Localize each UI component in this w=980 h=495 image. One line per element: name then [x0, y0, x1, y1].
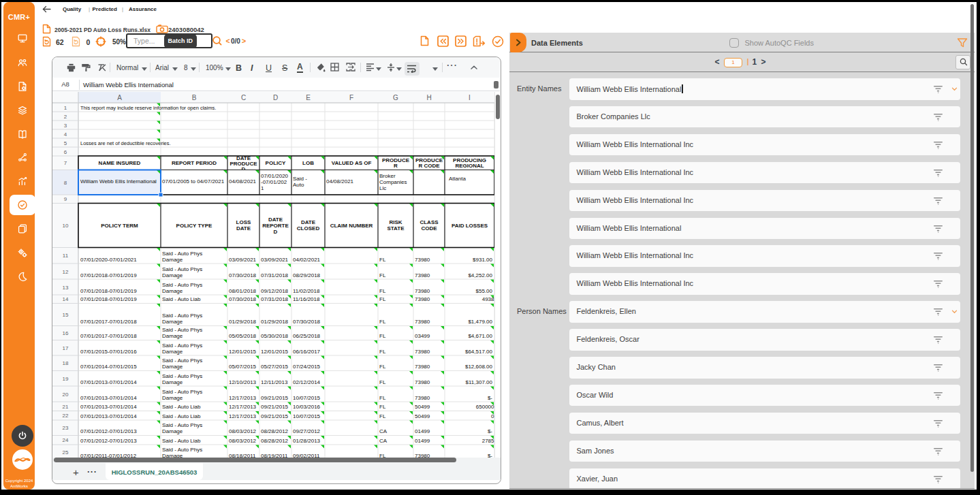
- svg-text:07/01/2012-07/01/2013: 07/01/2012-07/01/2013: [80, 428, 137, 434]
- svg-text:05/30/2018: 05/30/2018: [261, 333, 289, 339]
- svg-text:04/08/2021: 04/08/2021: [229, 178, 257, 184]
- svg-text:VALUED AS OF: VALUED AS OF: [332, 159, 372, 165]
- svg-text:R: R: [394, 162, 398, 168]
- svg-text:Said - Auto Phys: Said - Auto Phys: [162, 342, 202, 348]
- svg-text:05/07/2015: 05/07/2015: [229, 364, 257, 370]
- svg-text:10/03/2016: 10/03/2016: [293, 404, 321, 410]
- svg-text:12/17/2013: 12/17/2013: [229, 404, 257, 410]
- svg-text:12/17/2013: 12/17/2013: [229, 413, 257, 419]
- svg-text:73980: 73980: [415, 272, 430, 278]
- svg-text:07/01/2017-07/01/2018: 07/01/2017-07/01/2018: [80, 319, 137, 325]
- svg-text:73980: 73980: [415, 379, 430, 385]
- svg-text:Damage: Damage: [162, 333, 183, 339]
- svg-text:11/16/2018: 11/16/2018: [293, 296, 320, 302]
- svg-text:STATE: STATE: [387, 225, 405, 231]
- svg-text:07/01/2013-07/01/2014: 07/01/2013-07/01/2014: [80, 379, 137, 385]
- svg-text:Auto: Auto: [293, 181, 304, 187]
- svg-text:LOSS: LOSS: [236, 219, 251, 225]
- svg-text:NAME INSURED: NAME INSURED: [99, 159, 141, 165]
- svg-text:01499: 01499: [415, 428, 430, 434]
- svg-text:Said - Auto Phys: Said - Auto Phys: [162, 357, 202, 364]
- svg-text:12/01/2015: 12/01/2015: [261, 348, 289, 354]
- svg-text:FL: FL: [379, 348, 386, 354]
- svg-text:08/28/2012: 08/28/2012: [261, 428, 289, 434]
- svg-text:8: 8: [64, 179, 67, 185]
- svg-text:73980: 73980: [415, 394, 430, 400]
- svg-text:01/28/2013: 01/28/2013: [293, 437, 321, 443]
- svg-text:06/16/2017: 06/16/2017: [293, 348, 321, 354]
- svg-text:5: 5: [64, 140, 67, 146]
- svg-text:4: 4: [64, 131, 67, 137]
- svg-text:07/30/2018: 07/30/2018: [229, 296, 257, 302]
- svg-text:DATE: DATE: [268, 216, 283, 222]
- svg-text:73980: 73980: [415, 319, 430, 325]
- svg-text:Said - Auto Phys: Said - Auto Phys: [162, 372, 202, 379]
- svg-text:PAID LOSSES: PAID LOSSES: [452, 222, 488, 228]
- svg-text:F: F: [349, 94, 353, 101]
- svg-text:07/30/2018: 07/30/2018: [293, 319, 321, 325]
- svg-text:$4,671.00: $4,671.00: [468, 333, 492, 339]
- svg-text:Damage: Damage: [162, 394, 183, 400]
- svg-text:$931.00: $931.00: [473, 256, 492, 262]
- svg-text:07/31/2018: 07/31/2018: [261, 296, 289, 302]
- svg-text:50499: 50499: [415, 404, 430, 410]
- svg-text:73980: 73980: [415, 287, 430, 293]
- svg-text:07/01/2013-07/01/2014: 07/01/2013-07/01/2014: [80, 413, 137, 419]
- svg-text:73980: 73980: [415, 256, 430, 262]
- svg-text:CLOSED: CLOSED: [297, 225, 320, 231]
- svg-text:C: C: [241, 94, 246, 101]
- svg-text:FL: FL: [379, 272, 386, 278]
- svg-text:$-: $-: [488, 428, 492, 434]
- svg-text:07/01/2018-07/01/2019: 07/01/2018-07/01/2019: [80, 287, 137, 293]
- svg-text:Damage: Damage: [162, 272, 183, 278]
- svg-text:D: D: [273, 94, 278, 101]
- svg-text:Damage: Damage: [162, 348, 183, 354]
- svg-text:Damage: Damage: [162, 364, 183, 370]
- svg-text:08/01/2018: 08/01/2018: [229, 287, 257, 293]
- svg-text:D: D: [274, 228, 278, 234]
- svg-text:FL: FL: [379, 364, 386, 370]
- svg-text:REGIONAL: REGIONAL: [455, 162, 484, 168]
- svg-text:DATE: DATE: [236, 225, 251, 231]
- svg-text:05/27/2015: 05/27/2015: [261, 364, 289, 370]
- svg-text:15: 15: [63, 312, 69, 318]
- svg-text:FL: FL: [379, 296, 386, 302]
- svg-text:R CODE: R CODE: [418, 162, 440, 168]
- svg-text:12/11/2013: 12/11/2013: [261, 379, 288, 385]
- svg-text:Said - Auto Phys: Said - Auto Phys: [162, 281, 202, 287]
- svg-text:25: 25: [63, 449, 69, 456]
- svg-text:07/01/2018-07/01/2019: 07/01/2018-07/01/2019: [80, 272, 137, 278]
- svg-text:Said - Auto Liab: Said - Auto Liab: [162, 404, 201, 410]
- svg-text:50499: 50499: [415, 413, 430, 419]
- svg-text:$1,479.00: $1,479.00: [468, 319, 492, 325]
- svg-text:04/08/2021: 04/08/2021: [326, 178, 354, 184]
- svg-text:10/07/2015: 10/07/2015: [293, 394, 321, 400]
- svg-text:RISK: RISK: [389, 219, 402, 225]
- svg-text:CA: CA: [379, 428, 388, 434]
- svg-text:Said - Auto Liab: Said - Auto Liab: [162, 413, 201, 419]
- svg-text:$12,608.00: $12,608.00: [465, 364, 493, 370]
- svg-text:Said - Auto Phys: Said - Auto Phys: [162, 327, 202, 333]
- svg-text:FL: FL: [379, 404, 386, 410]
- svg-text:1: 1: [64, 104, 67, 110]
- svg-text:CA: CA: [379, 437, 388, 443]
- svg-text:Said - Auto Liab: Said - Auto Liab: [162, 296, 201, 302]
- svg-text:07/31/2018: 07/31/2018: [261, 272, 289, 278]
- svg-text:07/01/2014-07/01/2015: 07/01/2014-07/01/2015: [80, 364, 137, 370]
- svg-text:03/09/2021: 03/09/2021: [261, 256, 289, 262]
- svg-text:4938: 4938: [482, 296, 494, 302]
- svg-text:POLICY: POLICY: [266, 159, 286, 165]
- svg-text:03499: 03499: [415, 333, 430, 339]
- svg-text:Losses are net of deductible r: Losses are net of deductible recoveries.: [80, 140, 171, 146]
- svg-text:Llc: Llc: [379, 185, 386, 191]
- svg-text:Said - Auto Phys: Said - Auto Phys: [162, 447, 202, 453]
- svg-text:FL: FL: [379, 287, 386, 293]
- svg-text:7: 7: [64, 160, 67, 166]
- svg-text:13: 13: [63, 284, 69, 290]
- svg-text:12: 12: [63, 268, 69, 274]
- svg-text:19: 19: [63, 375, 69, 381]
- svg-text:08/28/2012: 08/28/2012: [261, 437, 289, 443]
- svg-text:A: A: [117, 94, 122, 101]
- svg-text:$-: $-: [488, 394, 492, 400]
- svg-text:3: 3: [64, 122, 67, 128]
